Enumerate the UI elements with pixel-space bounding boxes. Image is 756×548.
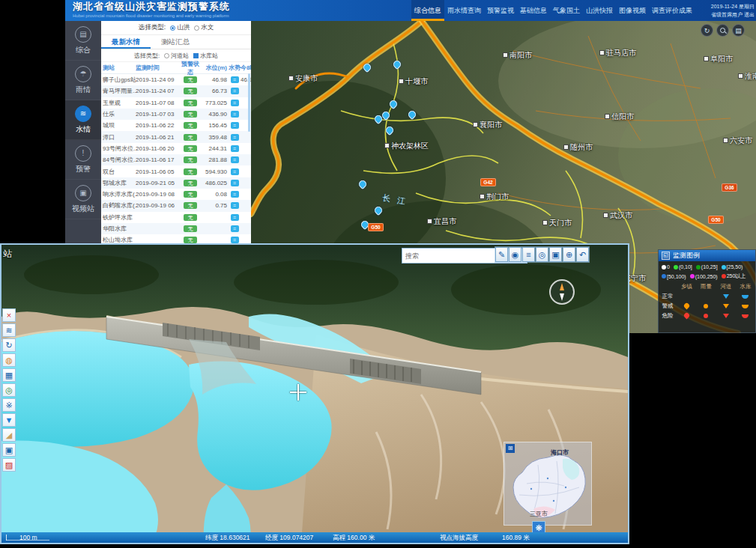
table-row[interactable]: 鄂城水库2019-09-21 05无486.025= [101,177,251,189]
globe-icon[interactable]: ⊕ [563,247,575,262]
wave-grid-icon[interactable]: ▦ [2,368,16,382]
panel-scrollbar[interactable] [248,73,250,132]
terrain-icon[interactable]: ◢ [2,428,16,442]
viewport-icon[interactable]: ▣ [2,443,16,457]
profile-icon[interactable]: ▨ [2,458,16,472]
panel-tab-0[interactable]: 最新水情 [101,35,151,49]
legend-symbol-cell [723,293,729,300]
nav-item-5[interactable]: 山洪快报 [583,0,616,21]
table-row[interactable]: 城坝2019-11-06 22无156.45= [101,120,251,131]
nav-item-7[interactable]: 调查评价成果 [649,0,695,21]
trend-cell: = [229,145,241,152]
table-row[interactable]: 狮子山gps站..2019-11-24 09无46.98=46.99 [101,74,251,85]
table-row[interactable]: 铁炉坪水库无= [101,212,251,223]
table-row[interactable]: 青马坪雨量..2019-11-24 07无66.73= [101,85,251,97]
city-label: 襄阳市 [473,120,502,130]
radar-icon[interactable]: ◎ [2,383,16,397]
reset-view-icon[interactable]: ↻ [701,24,713,37]
table-row[interactable]: 玉皇观2019-11-07 08无773.025= [101,97,251,109]
legend-row-label: 危险 [662,312,674,320]
legend-symbol-cell [723,303,729,310]
table-row[interactable]: 响水潭水库(..2019-09-19 08无0.08= [101,189,251,200]
status-cell: 无 [181,168,200,175]
trend-icon[interactable]: = [231,168,239,175]
close-icon[interactable]: × [2,308,16,322]
sidebar-item-1[interactable]: ☂雨情 [65,61,101,100]
search-input[interactable] [402,252,508,260]
trend-icon[interactable]: = [231,156,239,163]
map-search-icon[interactable] [716,24,729,37]
sidebar-item-4[interactable]: ▣视频站 [65,180,101,219]
nav-item-0[interactable]: 综合信息 [411,0,444,21]
table-row[interactable]: 潭口2019-11-06 21无359.48= [101,131,251,142]
camera-icon[interactable]: ◉ [509,247,521,262]
table-row[interactable]: 白鹤嘴水库(..2019-09-19 06无0.75= [101,200,251,211]
vortex-icon[interactable]: ◍ [2,353,16,367]
flood-submerge-icon[interactable]: ≋ [2,323,16,337]
sidebar-item-2[interactable]: ≋水情 [65,100,101,140]
nav-item-3[interactable]: 基础信息 [517,0,550,21]
water-level: 244.31 [200,145,229,152]
image-icon[interactable]: ▣ [549,247,562,262]
trend-icon[interactable]: = [231,237,239,243]
inset-corner-icon[interactable]: ⊞ [506,444,515,453]
table-row[interactable]: 93号闸水位..2019-11-06 20无244.31= [101,143,251,154]
trend-icon[interactable]: = [231,225,239,232]
legend-symbol-cell [684,313,689,320]
legend-collapse-icon[interactable]: ◱ [662,252,670,260]
undo-icon[interactable]: ↶ [576,247,589,262]
eye-icon[interactable]: ◎ [536,247,548,262]
trend-icon[interactable]: = [231,180,239,186]
table-row[interactable]: 华阳水库无= [101,223,251,234]
警戒-pin-icon [683,302,690,309]
trend-icon[interactable]: = [231,122,239,129]
station-name: 狮子山gps站.. [101,76,136,84]
trend-icon[interactable]: = [231,100,239,106]
nav-item-6[interactable]: 图像视频 [616,0,649,21]
status-cell: 无 [181,180,200,186]
overview-inset-map[interactable]: ⊞ 海口市 三亚市 [504,442,592,526]
compass-control[interactable] [549,279,575,305]
station-status-legend: 乡镇雨量河道水库正常警戒危险 [659,283,755,320]
list-icon[interactable]: ≡ [522,247,535,262]
status-cell: 无 [181,225,200,232]
trend-cell: = [229,111,241,118]
table-row[interactable]: 仕乐2019-11-07 03无436.90= [101,109,251,120]
sidebar-item-3[interactable]: !预警 [65,140,101,180]
status-badge: 无 [184,111,197,118]
sidebar-label: 雨情 [76,85,91,95]
flow-route-icon[interactable]: ↻ [2,338,16,352]
station-name: 鄂城水库 [101,179,136,187]
station-name: 93号闸水位.. [101,144,136,153]
type-filter-option-1[interactable]: 水文 [194,23,214,32]
rain-scale-legend: 0(0,10](10,25][25,50)[50,100)(100,250)25… [659,261,755,280]
table-row[interactable]: 84号闸水位..2019-11-06 17无281.88= [101,154,251,165]
draw-chart-icon[interactable]: ✎ [495,247,508,262]
trend-icon[interactable]: = [231,191,239,198]
layers-icon[interactable]: ▤ [732,24,745,37]
type-filter-option-0[interactable]: 山洪 [170,23,190,32]
trend-icon[interactable]: = [231,145,239,152]
station-name: 白鹤嘴水库(.. [101,201,136,210]
nav-item-2[interactable]: 预警监视 [484,0,517,21]
trend-icon[interactable]: = [231,202,239,209]
user-logout[interactable]: 省级首席用户 退出 [696,10,755,19]
trend-icon[interactable]: = [231,111,239,118]
panel-tab-1[interactable]: 测站汇总 [151,35,200,49]
trend-icon[interactable]: = [231,76,239,83]
trend-icon[interactable]: = [231,134,239,141]
nav-item-4[interactable]: 气象国土 [550,0,583,21]
trend-cell: = [229,122,241,129]
trend-icon[interactable]: = [231,214,239,221]
sidebar-label: 综合 [76,45,91,55]
sidebar-item-0[interactable]: ▤综合 [65,21,101,61]
splash-icon[interactable]: ※ [2,398,16,412]
map-scale: 100 m [19,534,37,541]
trend-icon[interactable]: = [231,88,239,94]
table-row[interactable]: 双台2019-11-06 05无594.930= [101,165,251,177]
station-filter-option-1[interactable]: 水库站 [193,52,218,60]
water-drop-icon[interactable]: ▼ [2,413,16,427]
rain-scale-label: [50,100) [667,274,686,279]
station-filter-option-0[interactable]: 河道站 [164,52,189,60]
nav-item-1[interactable]: 雨水情查询 [444,0,484,21]
